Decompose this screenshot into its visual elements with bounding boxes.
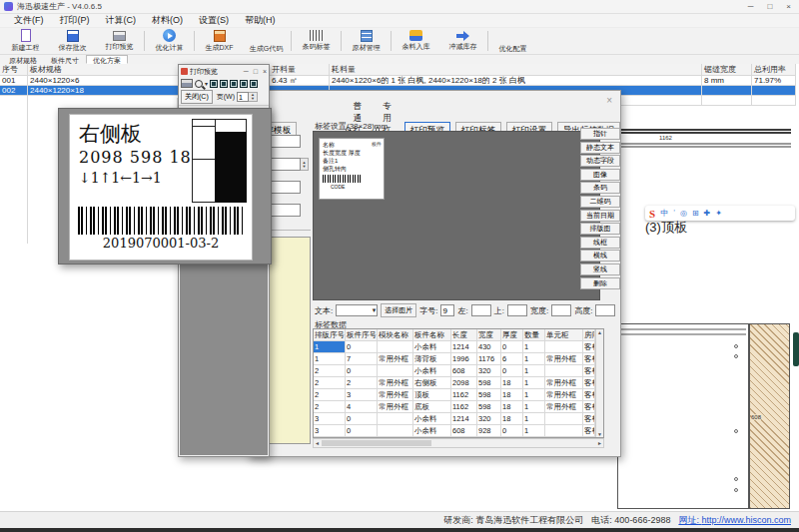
preview-maximize-icon[interactable]: □ — [254, 68, 258, 75]
vertical-scrollbar[interactable]: ▲ ▼ — [595, 329, 603, 437]
tool-button-排版图[interactable]: 排版图 — [580, 223, 620, 235]
menu-item-1[interactable]: 文件(F) — [6, 14, 52, 27]
zoom-dropdown-icon[interactable]: ▾ — [205, 80, 208, 87]
layout-button-2[interactable] — [220, 80, 228, 88]
tool-button-条码[interactable]: 条码 — [580, 182, 620, 194]
ime-icon-6[interactable]: ✦ — [715, 209, 722, 218]
zoom-icon[interactable] — [195, 80, 203, 88]
status-url-link[interactable]: http://www.hiscon.com — [701, 515, 791, 525]
close-icon[interactable]: × — [786, 2, 791, 11]
toolbar-button-优化计算[interactable]: 优化计算 — [146, 28, 193, 54]
left-input[interactable] — [471, 304, 491, 316]
data-cell: 小余料 — [413, 425, 451, 437]
print-icon[interactable] — [181, 79, 193, 88]
toolbar-button-冲减库存[interactable]: 冲减库存 — [439, 28, 486, 54]
tool-button-指针[interactable]: 指针 — [580, 128, 620, 140]
scroll-down-icon[interactable]: ▼ — [597, 431, 602, 437]
ime-logo-icon[interactable]: S — [649, 208, 655, 220]
cad-part-label: (3)顶板 — [645, 219, 687, 237]
tool-button-静态文本[interactable]: 静态文本 — [580, 142, 620, 154]
label-template[interactable]: 名称 板件 长度宽度 厚度 备注1 侧孔转向 CODE — [319, 138, 385, 200]
scroll-up-icon[interactable]: ▲ — [597, 329, 602, 335]
data-table-row[interactable]: 24常用外框底板1162598181常用外框客餐厅 — [314, 401, 603, 413]
toolbar-button-优化配置[interactable]: 优化配置 — [489, 28, 536, 54]
tool-button-线框[interactable]: 线框 — [580, 237, 620, 249]
sheets-column-header: 开料量 — [270, 64, 330, 76]
data-table-row[interactable]: 23常用外框顶板1162598181常用外框客餐厅 — [314, 389, 603, 401]
tab-板件尺寸[interactable]: 板件尺寸 — [44, 55, 86, 64]
toolbar-button-保存批次[interactable]: 保存批次 — [49, 28, 96, 54]
template-size-line[interactable]: 长度宽度 厚度 — [323, 149, 381, 157]
ime-icon-5[interactable]: ✚ — [704, 209, 711, 218]
font-size-input[interactable] — [440, 304, 454, 316]
tool-button-图像[interactable]: 图像 — [580, 169, 620, 181]
toolbar-button-生成DXF[interactable]: 生成DXF — [196, 28, 243, 54]
preview-window-icon — [181, 68, 188, 75]
ime-icon-2[interactable]: ʼ — [673, 209, 675, 218]
tool-button-二维码[interactable]: 二维码 — [580, 196, 620, 208]
layout-button-4[interactable] — [240, 80, 248, 88]
text-select[interactable] — [336, 304, 378, 316]
data-table-row[interactable]: 10小余料121443001客餐厅 — [314, 341, 603, 353]
toolbar-button-生成G代码[interactable]: 生成G代码 — [243, 28, 290, 54]
menu-item-5[interactable]: 设置(S) — [191, 14, 237, 27]
menu-item-6[interactable]: 帮助(H) — [237, 14, 284, 27]
tool-button-横线[interactable]: 横线 — [580, 250, 620, 262]
top-input[interactable] — [507, 304, 527, 316]
data-table-row[interactable]: 30小余料60892801客餐厅 — [314, 425, 603, 437]
data-table-row[interactable]: 22常用外框右侧板2098598181常用外框客餐厅 — [314, 377, 603, 389]
tab-原材规格[interactable]: 原材规格 — [2, 55, 44, 64]
toolbar-button-打印预览[interactable]: 打印预览 — [96, 28, 143, 54]
layout-button-3[interactable] — [230, 80, 238, 88]
toolbar-button-余料入库[interactable]: 余料入库 — [393, 28, 439, 54]
select-image-button[interactable]: 选择图片 — [381, 303, 416, 317]
tab-优化方案[interactable]: 优化方案 — [86, 55, 128, 64]
spinner-buttons[interactable]: ▲▼ — [301, 158, 309, 171]
horizontal-scrollbar[interactable]: ◄ ► — [313, 438, 604, 448]
maximize-icon[interactable]: □ — [767, 2, 772, 11]
tool-button-竖线[interactable]: 竖线 — [580, 264, 620, 275]
toolbar-button-新建工程[interactable]: 新建工程 — [2, 28, 49, 54]
toolbar-button-label: 余料入库 — [402, 42, 430, 52]
ime-icon-4[interactable]: ⊞ — [692, 209, 699, 218]
preview-close-icon[interactable]: × — [263, 68, 267, 75]
spinner-down-icon[interactable]: ▼ — [251, 97, 255, 101]
data-cell: 320 — [477, 413, 501, 425]
page-spinner-buttons[interactable]: ▲▼ — [249, 92, 258, 102]
preview-minimize-icon[interactable]: ─ — [244, 68, 249, 75]
scroll-right-icon[interactable]: ► — [597, 440, 602, 446]
scrollbar-thumb[interactable] — [322, 440, 431, 446]
tool-button-删除[interactable]: 删除 — [580, 277, 620, 289]
width-input[interactable] — [551, 304, 571, 316]
ime-icon-1[interactable]: 中 — [660, 208, 668, 219]
template-drill-line[interactable]: 侧孔转向 — [323, 165, 381, 173]
data-cell: 608 — [451, 365, 477, 377]
data-table-row[interactable]: 17常用外框薄背板1996117661常用外框客餐厅 — [314, 353, 603, 365]
scroll-left-icon[interactable]: ◄ — [315, 440, 320, 446]
height-input[interactable] — [595, 304, 615, 316]
tool-button-动态字段[interactable]: 动态字段 — [580, 155, 620, 167]
label-design-canvas[interactable]: 名称 板件 长度宽度 厚度 备注1 侧孔转向 CODE — [313, 131, 600, 300]
toolbar-button-原材管理[interactable]: 原材管理 — [343, 28, 390, 54]
ime-toolbar[interactable]: S 中ʼ◎⊞✚✦ — [645, 206, 795, 221]
data-table-row[interactable]: 20小余料60832001客餐厅 — [314, 365, 603, 377]
template-barcode[interactable] — [323, 175, 361, 183]
ime-icon-3[interactable]: ◎ — [680, 209, 687, 218]
data-table-row[interactable]: 30小余料1214320181客餐厅 — [314, 413, 603, 425]
layout-button-1[interactable] — [210, 80, 218, 88]
data-cell: 常用外框 — [378, 353, 413, 365]
menu-item-4[interactable]: 材料(O) — [144, 14, 191, 27]
data-cell: 右侧板 — [413, 377, 451, 389]
template-corner-text[interactable]: 板件 — [372, 140, 382, 148]
menu-item-2[interactable]: 打印(P) — [52, 14, 98, 27]
tool-button-当前日期[interactable]: 当前日期 — [580, 210, 620, 222]
template-note-line[interactable]: 备注1 — [323, 157, 381, 165]
layout-button-5[interactable] — [250, 80, 258, 88]
sheet-row-001[interactable]: 0012440×1220×66.43 ㎡2440×1220×6的 1 张 白枫,… — [0, 76, 796, 86]
toolbar-button-条码标签[interactable]: 条码标签 — [293, 28, 340, 54]
minimize-icon[interactable]: ─ — [748, 2, 754, 11]
preview-close-button[interactable]: 关闭(C) — [181, 90, 213, 104]
menu-item-3[interactable]: 计算(C) — [98, 14, 145, 27]
spinner-down-icon[interactable]: ▼ — [303, 165, 307, 169]
page-number-input[interactable] — [237, 92, 249, 102]
